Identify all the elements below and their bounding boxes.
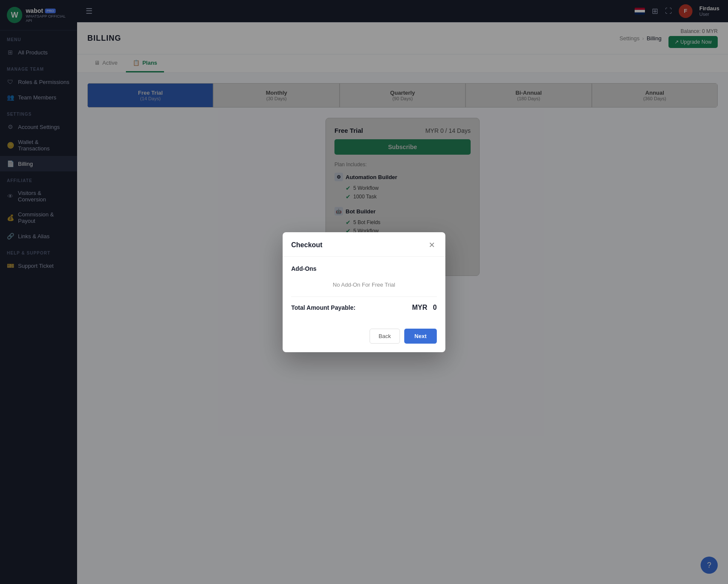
modal-title: Checkout	[291, 241, 322, 249]
total-payable-label: Total Amount Payable:	[291, 304, 355, 311]
main-area: ☰ ⊞ ⛶ F Firdaus User BILLING Settings › …	[77, 0, 728, 584]
no-addon-message: No Add-On For Free Trial	[291, 277, 437, 296]
next-button[interactable]: Next	[404, 329, 437, 344]
addons-section-title: Add-Ons	[291, 265, 437, 272]
total-amount: 0	[433, 304, 437, 311]
modal-total-row: Total Amount Payable: MYR 0	[291, 304, 437, 311]
modal-footer: Back Next	[283, 329, 445, 352]
modal-close-button[interactable]: ✕	[427, 240, 437, 250]
modal-header: Checkout ✕	[283, 232, 445, 257]
content-area: BILLING Settings › Billing Balance: 0 MY…	[77, 22, 728, 584]
modal-body: Add-Ons No Add-On For Free Trial Total A…	[283, 257, 445, 329]
modal-divider	[291, 296, 437, 297]
total-currency: MYR	[412, 304, 427, 311]
checkout-modal: Checkout ✕ Add-Ons No Add-On For Free Tr…	[283, 232, 445, 352]
modal-overlay[interactable]: Checkout ✕ Add-Ons No Add-On For Free Tr…	[77, 22, 728, 584]
total-payable-value: MYR 0	[412, 304, 437, 311]
back-button[interactable]: Back	[370, 329, 400, 344]
